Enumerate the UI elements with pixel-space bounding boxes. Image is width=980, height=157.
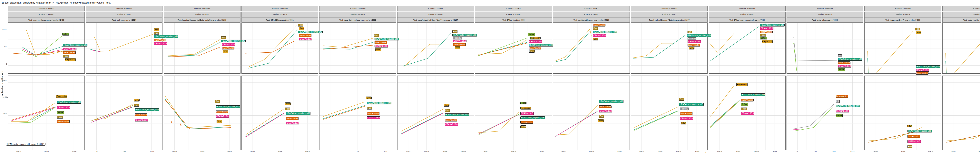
x-tick-label: 1e+04 [199,151,204,152]
y-tick-label: 10000 [0,29,7,30]
strip-test: Test: as.data.table.array improved in #7… [553,17,630,22]
series-line-orange [165,100,231,129]
series-line-lightgreen [634,111,678,130]
series-line-gold [876,30,913,74]
series-line-gold [94,34,153,51]
panel-canvas [787,76,863,150]
series-label: HEAD=tests_requires_utf8 [836,104,860,107]
series-label: Regression [737,83,748,86]
series-label: CRAN=1.18.0 [838,65,851,67]
series-label: HEAD=tests_requires_utf8 [135,108,159,111]
strip-test: Test: melt improved in #5054 [86,17,162,22]
series-label: HEAD=tests_requires_utf8 [221,40,246,42]
x-axis-ticks: 1e+021e+041e+061e+08 [397,150,474,153]
series-label: Slow [299,27,304,30]
x-axis-ticks: 1e+031e+061e+09 [553,150,630,153]
facet-column: N.factor: 1.00e+00P.value: 4.70e-01Test:… [475,6,552,153]
x-tick-label: 1e+02 [406,151,410,152]
series-label: HEAD=tests_requires_utf8 [154,35,178,38]
series-label: CRAN=1.18.0 [57,106,70,109]
series-label: Fast [907,145,912,148]
x-tick-label: 1e+09 [617,151,622,152]
series-label: CRAN=1.18.0 [367,116,380,119]
series-line-lightgreen [794,43,797,71]
series-line-teal [404,33,451,66]
strip-nfactor: N.factor: 1.00e+00 [786,6,863,11]
series-line-orange [323,106,366,120]
x-tick-label: 1e+04 [44,151,49,152]
x-tick-label: 1e+06 [676,151,681,152]
series-line-orange [710,101,738,127]
series-line-darkgold [91,106,134,121]
x-tick-label: 1000 [832,151,836,152]
series-label: Before [838,68,845,71]
series-label: Slow [455,46,460,49]
panel-canvas [943,76,980,150]
facet-column: N.factor: 1.00e+00P.value: 4.78e-01Test:… [631,6,708,153]
series-line-teal [946,131,980,143]
strip-nfactor: N.factor: 1.00e+00 [942,6,980,11]
facet-column: N.factor: 1.00e+00P.value: 3.23e-01Test:… [319,6,396,153]
series-label: FasterIO [453,37,462,40]
series-label: Slow [223,50,228,53]
x-tick-label: 1e+03 [561,151,566,152]
series-label: Before [57,111,64,114]
series-line-gold [634,107,678,128]
series-label: HEAD=tests_requires_utf8 [599,100,624,103]
panel-top: BeforeRegressionCRAN=1.18.0HEAD=tests_re… [475,23,552,74]
series-line-gray [794,37,796,60]
panel-canvas [475,76,552,150]
strip-nfactor: N.factor: 1.00e+00 [631,6,708,11]
series-label: HEAD=tests_requires_utf8 [916,65,940,68]
panel-top: SlowFastHEAD=tests_requires_utf8base=mas… [86,23,162,74]
series-label: Slow [366,96,372,99]
series-label: base=master [520,121,533,123]
panel-bottom: base=masterPRHEAD=tests_requires_utf8CRA… [786,75,863,150]
x-tick-label: 1e+02 [483,151,488,152]
panel-top: FastHEAD=tests_requires_utf8FasterIOCRAN… [397,23,474,74]
strip-pvalue: P.value: 4.99e-01 [709,11,786,17]
x-tick-label: 1e+06 [277,151,282,152]
series-label: base=master [836,95,848,98]
panel-top: FastHEAD=tests_requires_utf8CRAN=1.18.0b… [164,23,240,74]
series-line-gray [793,104,834,129]
strip-pvalue: P.value: 1.42e-01 [164,11,240,17]
series-line-gold [323,102,366,116]
series-label: base=master [760,30,773,34]
series-line-teal [710,27,759,61]
strip-nfactor: N.factor: 1.00e+00 [397,6,474,11]
panel-bottom: SlowFastHEAD=tests_requires_utf8base=mas… [86,75,162,150]
strip-pvalue: P.value: 3.23e-01 [319,11,396,17]
strip-pvalue: P.value: 4.70e-01 [475,11,552,17]
series-label: base=master [57,120,70,123]
x-tick-label: 1e+04 [424,151,429,152]
series-label: HEAD=tests_requires_utf8 [907,130,932,133]
series-label: PR [836,100,840,103]
x-tick-mark [96,150,97,150]
strip-nfactor: N.factor: 1.00e+00 [475,6,552,11]
series-label: Slow [444,104,449,107]
y-tick-label: 1e+00 [0,80,7,82]
series-line-gold [869,128,922,141]
x-tick-label: 1e+06 [589,151,594,152]
panel-canvas [553,76,630,150]
series-label: Fixed [63,55,69,58]
series-label: CRAN=1.18.0 [599,110,612,112]
series-line-pink [91,107,133,122]
panel-canvas [320,23,396,74]
series-line-gold [27,30,65,55]
panel-canvas [865,76,941,150]
series-label: CRAN=1.18.0 [907,140,921,143]
series-label: Before [836,114,843,117]
x-tick-mark [719,150,720,150]
series-label: Fast [285,107,290,110]
series-line-lightgreen [22,36,62,57]
x-tick-mark [853,150,853,150]
x-tick-mark [816,150,816,150]
series-line-gold [245,109,283,135]
series-label: Regression [520,107,531,109]
series-label: HEAD=tests_requires_utf8 [367,102,391,104]
series-label: base=master [907,135,920,138]
series-label: Fixed [760,34,766,37]
panel-canvas [86,23,162,74]
